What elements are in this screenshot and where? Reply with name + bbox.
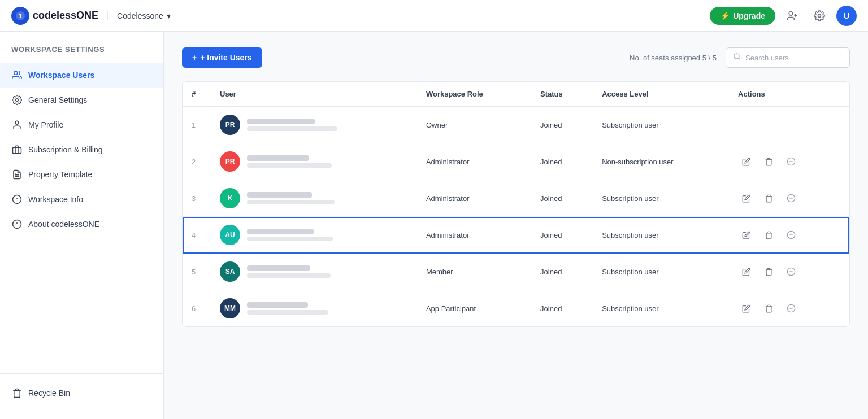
cell-number: 1: [183, 107, 211, 143]
user-name-bar: [247, 192, 312, 198]
edit-icon[interactable]: [738, 154, 754, 169]
svg-point-18: [734, 54, 739, 59]
cell-user: PR: [211, 143, 417, 180]
about-icon: [11, 219, 23, 230]
workspace-selector[interactable]: Codelessone ▾: [107, 11, 171, 20]
sidebar-label-recycle-bin: Recycle Bin: [28, 389, 70, 398]
upgrade-button[interactable]: ⚡ Upgrade: [710, 7, 775, 25]
remove-icon[interactable]: [783, 264, 799, 280]
logo-text: codelessONE: [33, 10, 98, 21]
cell-number: 5: [183, 254, 211, 290]
user-name-bar: [247, 302, 308, 308]
content-header: + + Invite Users No. of seats assigned 5…: [182, 47, 850, 68]
sidebar-label-property-template: Property Template: [28, 170, 92, 179]
cell-role: Owner: [417, 107, 531, 143]
lightning-icon: ⚡: [720, 11, 730, 20]
cell-status: Joined: [531, 107, 593, 143]
actions-cell: [738, 264, 840, 280]
sidebar-label-subscription-billing: Subscription & Billing: [28, 145, 103, 154]
user-avatar-button[interactable]: U: [836, 6, 857, 26]
topnav-left: 1 codelessONE Codelessone ▾: [11, 7, 171, 25]
sidebar-item-workspace-users[interactable]: Workspace Users: [0, 63, 163, 88]
sidebar-label-about: About codelessONE: [28, 220, 99, 229]
sidebar-item-about[interactable]: About codelessONE: [0, 212, 163, 237]
table-row[interactable]: 6 MM App Participant Joined Subscription…: [183, 290, 849, 327]
logo-icon: 1: [11, 7, 29, 25]
invite-users-button[interactable]: + + Invite Users: [182, 47, 262, 68]
sidebar-item-subscription-billing[interactable]: Subscription & Billing: [0, 137, 163, 162]
cell-user: MM: [211, 290, 417, 327]
delete-icon[interactable]: [761, 227, 776, 243]
cell-access-level: Subscription user: [593, 107, 729, 143]
cell-number: 3: [183, 180, 211, 217]
cell-role: Administrator: [417, 180, 531, 217]
workspace-name: Codelessone: [117, 11, 163, 20]
logo[interactable]: 1 codelessONE: [11, 7, 98, 25]
table-row[interactable]: 1 PR Owner Joined Subscription user: [183, 107, 849, 143]
sidebar-item-recycle-bin[interactable]: Recycle Bin: [0, 381, 163, 405]
edit-icon[interactable]: [738, 300, 754, 316]
users-table-container: # User Workspace Role Status Access Leve…: [182, 81, 850, 327]
delete-icon[interactable]: [761, 190, 776, 206]
delete-icon[interactable]: [761, 300, 776, 316]
remove-icon[interactable]: [783, 300, 799, 316]
cell-actions: [729, 143, 849, 180]
user-info: [247, 265, 331, 278]
delete-icon[interactable]: [761, 264, 776, 280]
col-access-level: Access Level: [593, 82, 729, 107]
cell-actions: [729, 290, 849, 327]
cell-status: Joined: [531, 180, 593, 217]
cell-number: 6: [183, 290, 211, 327]
actions-cell: [738, 300, 840, 316]
user-name-bar: [247, 265, 310, 271]
actions-cell: [738, 154, 840, 169]
table-row[interactable]: 5 SA Member Joined Subscription user: [183, 254, 849, 290]
sidebar-item-general-settings[interactable]: General Settings: [0, 88, 163, 112]
sidebar-item-property-template[interactable]: Property Template: [0, 162, 163, 187]
delete-icon[interactable]: [761, 154, 776, 169]
user-avatar: AU: [220, 225, 240, 245]
col-user: User: [211, 82, 417, 107]
user-info: [247, 192, 335, 204]
user-avatar: PR: [220, 115, 240, 135]
cell-access-level: Subscription user: [593, 290, 729, 327]
user-info: [247, 119, 337, 131]
sidebar-title: Workspace Settings: [0, 45, 163, 63]
cell-access-level: Subscription user: [593, 254, 729, 290]
profile-icon: [11, 119, 23, 130]
add-user-button[interactable]: [782, 6, 802, 26]
cell-actions: [729, 254, 849, 290]
user-avatar: MM: [220, 298, 240, 318]
user-email-bar: [247, 310, 328, 315]
search-input[interactable]: [745, 54, 843, 62]
remove-icon[interactable]: [783, 190, 799, 206]
cell-role: Administrator: [417, 217, 531, 254]
remove-icon[interactable]: [783, 154, 799, 169]
svg-point-2: [789, 11, 793, 15]
cell-actions: [729, 217, 849, 254]
seats-info: No. of seats assigned 5 \ 5: [630, 54, 717, 62]
top-navigation: 1 codelessONE Codelessone ▾ ⚡ Upgrade: [0, 0, 868, 32]
sidebar-item-workspace-info[interactable]: Workspace Info: [0, 187, 163, 212]
user-name-bar: [247, 155, 309, 161]
users-icon: [11, 69, 23, 81]
sidebar-item-my-profile[interactable]: My Profile: [0, 112, 163, 137]
sidebar-bottom: Recycle Bin: [0, 373, 163, 405]
remove-icon[interactable]: [783, 227, 799, 243]
search-box[interactable]: [726, 47, 850, 68]
edit-icon[interactable]: [738, 227, 754, 243]
table-row[interactable]: 4 AU Administrator Joined Subscription u…: [183, 217, 849, 254]
table-row[interactable]: 3 K Administrator Joined Subscription us…: [183, 180, 849, 217]
billing-icon: [11, 144, 23, 155]
col-actions: Actions: [729, 82, 849, 107]
edit-icon[interactable]: [738, 264, 754, 280]
search-icon: [733, 53, 741, 63]
col-workspace-role: Workspace Role: [417, 82, 531, 107]
edit-icon[interactable]: [738, 190, 754, 206]
table-row[interactable]: 2 PR Administrator Joined Non-subscripti…: [183, 143, 849, 180]
settings-button[interactable]: [809, 6, 830, 26]
actions-cell: [738, 227, 840, 243]
user-info: [247, 155, 332, 168]
main-layout: Workspace Settings Workspace Users Gener…: [0, 32, 868, 419]
main-content: + + Invite Users No. of seats assigned 5…: [164, 32, 868, 419]
